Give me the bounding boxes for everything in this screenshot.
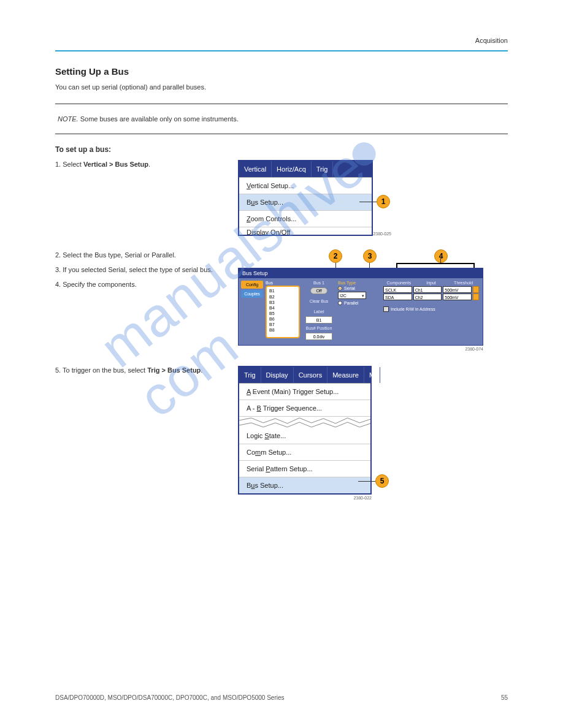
- menu-item-comm-setup[interactable]: Comm Setup...: [239, 444, 370, 461]
- menu-item-zoom-controls[interactable]: Zoom Controls...: [239, 211, 372, 227]
- bus-item[interactable]: B3: [269, 300, 296, 305]
- trig-dropdown: A Event (Main) Trigger Setup... A - B Tr…: [239, 383, 370, 417]
- clear-bus-label[interactable]: Clear Bus: [310, 299, 329, 303]
- component-row: SDA Ch2 500mV: [383, 294, 479, 300]
- menu-item-bus-setup[interactable]: Bus Setup...: [239, 194, 372, 211]
- bus-list-label: Bus: [266, 281, 300, 285]
- torn-edge-icon: [239, 417, 370, 428]
- bus-off-button[interactable]: Off: [310, 287, 327, 294]
- menubar: Vertical Horiz/Acq Trig: [239, 161, 372, 177]
- radio-parallel[interactable]: Parallel: [338, 301, 381, 305]
- menubar-vertical[interactable]: Vertical: [239, 161, 272, 177]
- radio-dot-off-icon: [338, 301, 342, 305]
- footer-left: DSA/DPO70000D, MSO/DPO/DSA70000C, DPO700…: [55, 694, 285, 701]
- component-row: SCLK Ch1 500mV: [383, 286, 479, 293]
- trig-menubar: Trig Display Cursors Measure M: [239, 367, 370, 383]
- bustype-select[interactable]: I2C: [338, 292, 366, 299]
- note-box: NOTE. Some buses are available only on s…: [55, 104, 508, 135]
- buspos-field[interactable]: 0.0div: [305, 333, 332, 340]
- callout-4-bracket: [396, 263, 475, 268]
- label-field[interactable]: B1: [305, 316, 332, 324]
- tab-config[interactable]: Config: [241, 281, 263, 289]
- steps-2-4-text: 2. Select the Bus type, Serial or Parall…: [55, 251, 227, 290]
- threshold-cell[interactable]: 500mV: [443, 286, 472, 293]
- menu-item-bus-setup-2[interactable]: Bus Setup...: [239, 477, 370, 493]
- bus-item[interactable]: B6: [269, 316, 296, 322]
- input-cell[interactable]: Ch1: [413, 286, 442, 293]
- callout-3: 3: [363, 249, 377, 263]
- bus-item[interactable]: B4: [269, 305, 296, 311]
- note-label: NOTE.: [58, 115, 79, 123]
- trig-menu-screenshot: Trig Display Cursors Measure M A Event (…: [238, 366, 372, 495]
- bus-item[interactable]: B5: [269, 311, 296, 316]
- footer-page: 55: [501, 694, 508, 701]
- bus1-label: Bus 1: [313, 281, 324, 285]
- dialog-title: Bus Setup: [239, 268, 483, 278]
- bus-item[interactable]: B8: [269, 327, 296, 333]
- vertical-dropdown: Vertical Setup... Bus Setup... Zoom Cont…: [239, 177, 372, 235]
- menu-item-a-event[interactable]: A Event (Main) Trigger Setup...: [239, 384, 370, 400]
- dialog-tabs: Config Couples: [241, 281, 263, 340]
- menubar-cursors[interactable]: Cursors: [294, 367, 328, 383]
- menu-item-serial-pattern[interactable]: Serial Pattern Setup...: [239, 461, 370, 477]
- input-cell[interactable]: Ch2: [413, 294, 442, 300]
- header-rule: [55, 50, 508, 51]
- components-header: Components Input Threshold: [383, 281, 479, 285]
- row-marker-icon: [473, 294, 479, 300]
- checkbox-icon[interactable]: [383, 306, 389, 312]
- radio-serial[interactable]: Serial: [338, 286, 381, 290]
- callout-4: 4: [434, 249, 448, 263]
- figure-id: 2380-074: [238, 347, 483, 351]
- component-cell: SDA: [383, 294, 412, 300]
- callout-5: 5: [375, 474, 389, 488]
- menubar-measure[interactable]: Measure: [327, 367, 364, 383]
- row-marker-icon: [473, 286, 479, 293]
- menubar-m[interactable]: M: [364, 367, 380, 383]
- threshold-cell[interactable]: 500mV: [443, 294, 472, 300]
- callout-1-line: [359, 202, 377, 202]
- figure-id: 2380-025: [373, 232, 391, 236]
- menu-item-display-onoff[interactable]: Display On/Off: [239, 227, 372, 235]
- menubar-horiz[interactable]: Horiz/Acq: [272, 161, 312, 177]
- intro-text: You can set up serial (optional) and par…: [55, 83, 508, 93]
- radio-dot-on-icon: [338, 286, 342, 290]
- callout-1: 1: [377, 195, 390, 208]
- bus-list[interactable]: B1 B2 B3 B4 B5 B6 B7 B8: [266, 286, 300, 338]
- running-head: Acquisition: [55, 37, 508, 44]
- label-label: Label: [313, 309, 324, 314]
- section-title: Setting Up a Bus: [55, 66, 508, 77]
- menu-item-vertical-setup[interactable]: Vertical Setup...: [239, 178, 372, 194]
- bustype-label: Bus Type: [338, 281, 381, 285]
- callout-2: 2: [329, 249, 342, 263]
- callout-4-stem: [440, 258, 441, 263]
- tab-couples[interactable]: Couples: [241, 290, 263, 298]
- vertical-menu-screenshot: Vertical Horiz/Acq Trig Vertical Setup..…: [238, 160, 373, 236]
- menu-item-logic-state[interactable]: Logic State...: [239, 428, 370, 444]
- callout-5-line: [358, 481, 375, 482]
- component-cell: SCLK: [383, 286, 412, 293]
- setup-title: To set up a bus:: [55, 145, 508, 154]
- bus-item[interactable]: B1: [269, 288, 296, 294]
- note-text: Some buses are available only on some in…: [80, 115, 239, 123]
- menu-item-ab-sequence[interactable]: A - B Trigger Sequence...: [239, 400, 370, 417]
- bus-item[interactable]: B7: [269, 322, 296, 327]
- include-rw-label: Include R/W in Address: [391, 307, 435, 311]
- bus-item[interactable]: B2: [269, 294, 296, 300]
- step-1-text: 1. Select Vertical > Bus Setup.: [55, 160, 227, 170]
- menubar-trig[interactable]: Trig: [239, 367, 261, 383]
- buspos-label: Bus# Position: [306, 326, 332, 330]
- include-rw-row[interactable]: Include R/W in Address: [383, 306, 479, 312]
- menubar-display[interactable]: Display: [261, 367, 294, 383]
- bus-setup-dialog: Bus Setup Config Couples Bus B1 B2 B3 B4: [238, 268, 483, 346]
- figure-id: 2380-022: [238, 496, 372, 500]
- step-5-text: 5. To trigger on the bus, select Trig > …: [55, 366, 227, 376]
- menubar-trig[interactable]: Trig: [312, 161, 334, 177]
